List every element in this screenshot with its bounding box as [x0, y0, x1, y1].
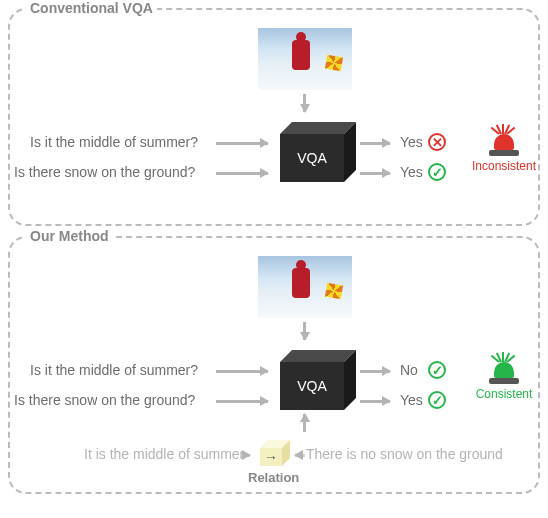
cross-icon: ✕ — [428, 133, 446, 151]
vqa-model-box-a: VQA — [280, 122, 356, 182]
panel-b-inner: VQA Is it the middle of summer? Is there… — [20, 254, 528, 482]
arrow-a1-out-a — [360, 142, 390, 145]
vqa-label-a: VQA — [280, 134, 344, 182]
arrow-image-to-vqa-b — [303, 322, 306, 340]
arrow-q2-in-a — [216, 172, 268, 175]
arrow-relation-to-premise2 — [295, 454, 305, 457]
answer-2-a: Yes — [400, 164, 423, 180]
person-figure — [292, 40, 310, 70]
arrow-image-to-vqa-a — [303, 94, 306, 112]
answer-1-a: Yes — [400, 134, 423, 150]
arrow-q2-in-b — [216, 400, 268, 403]
panel-our-method: Our Method VQA Is it the middle of summe… — [8, 236, 540, 494]
premise-1: It is the middle of summer — [84, 446, 244, 462]
answer-1-b: No — [400, 362, 418, 378]
question-1-a: Is it the middle of summer? — [30, 134, 198, 150]
answer-2-b: Yes — [400, 392, 423, 408]
vqa-model-box-b: VQA — [280, 350, 356, 410]
arrow-a1-out-b — [360, 370, 390, 373]
check-icon: ✓ — [428, 163, 446, 181]
arrow-premise1-to-relation — [240, 454, 250, 457]
arrow-q1-in-a — [216, 142, 268, 145]
premise-2: There is no snow on the ground — [306, 446, 503, 462]
vqa-label-b: VQA — [280, 362, 344, 410]
siren-consistent: Consistent — [470, 350, 538, 401]
input-image-b — [258, 256, 352, 318]
check-icon: ✓ — [428, 361, 446, 379]
panel-title-conventional: Conventional VQA — [26, 0, 157, 16]
kite-figure — [325, 283, 343, 300]
kite-figure — [325, 55, 343, 72]
arrow-a2-out-a — [360, 172, 390, 175]
relation-label: Relation — [248, 470, 299, 485]
question-2-a: Is there snow on the ground? — [14, 164, 195, 180]
panel-a-inner: VQA Is it the middle of summer? Is there… — [20, 26, 528, 214]
siren-label-b: Consistent — [470, 387, 538, 401]
siren-label-a: Inconsistent — [470, 159, 538, 173]
question-2-b: Is there snow on the ground? — [14, 392, 195, 408]
person-figure — [292, 268, 310, 298]
relation-box: → — [260, 440, 290, 466]
arrow-a2-out-b — [360, 400, 390, 403]
question-1-b: Is it the middle of summer? — [30, 362, 198, 378]
siren-inconsistent: Inconsistent — [470, 122, 538, 173]
input-image-a — [258, 28, 352, 90]
arrow-relation-to-vqa — [303, 414, 306, 432]
relation-arrow-icon: → — [260, 448, 282, 466]
check-icon: ✓ — [428, 391, 446, 409]
arrow-q1-in-b — [216, 370, 268, 373]
panel-conventional: Conventional VQA VQA Is it the middle of… — [8, 8, 540, 226]
panel-title-our-method: Our Method — [26, 228, 113, 244]
